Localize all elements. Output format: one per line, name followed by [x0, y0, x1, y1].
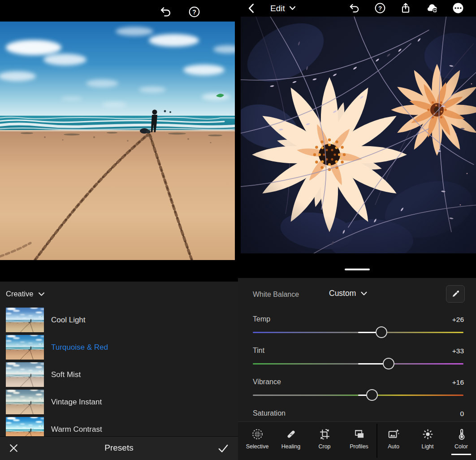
tool-label: Light	[411, 443, 444, 450]
tint-knob[interactable]	[383, 358, 394, 369]
preset-item-warm-contrast[interactable]: Warm Contrast	[0, 417, 238, 436]
selective-mask-icon	[241, 427, 273, 441]
temp-slider[interactable]	[253, 326, 463, 338]
saturation-label: Saturation	[253, 409, 286, 417]
temp-label: Temp	[253, 315, 270, 323]
undo-icon[interactable]	[160, 5, 172, 18]
chevron-down-icon	[38, 292, 45, 296]
tool-color[interactable]: Color	[445, 427, 476, 450]
temp-knob[interactable]	[376, 326, 387, 338]
tint-value: +33	[452, 347, 464, 355]
panel-drag-handle[interactable]	[345, 269, 370, 270]
presets-screen: ?	[0, 0, 238, 460]
tint-slider[interactable]	[253, 358, 463, 369]
svg-text:?: ?	[378, 5, 382, 12]
share-icon[interactable]	[400, 2, 411, 14]
profiles-stack-icon	[343, 427, 375, 441]
preset-thumbnail	[6, 308, 44, 332]
flower-photo-canvas[interactable]	[241, 17, 476, 253]
eyedropper-button[interactable]	[446, 285, 465, 303]
edit-mode-label: Edit	[270, 4, 285, 13]
tool-auto[interactable]: Auto	[377, 427, 410, 450]
preset-label: Soft Mist	[51, 370, 81, 379]
preset-group-selector[interactable]: Creative	[6, 290, 45, 298]
undo-icon[interactable]	[349, 2, 360, 14]
crop-rotate-icon	[308, 427, 341, 441]
tool-crop[interactable]: Crop	[308, 427, 341, 450]
preset-list: Cool Light Turquoise & Red Soft Mist Vin…	[0, 308, 238, 436]
tool-healing[interactable]: Healing	[275, 427, 307, 450]
preset-thumbnail	[6, 417, 44, 436]
presets-title: Presets	[0, 443, 238, 453]
light-sun-icon	[411, 427, 444, 441]
back-icon[interactable]	[246, 3, 257, 14]
preset-thumbnail	[6, 362, 44, 387]
presets-bottom-bar: Presets	[0, 436, 238, 460]
tool-label: Healing	[275, 443, 307, 450]
healing-bandage-icon	[275, 427, 307, 441]
temp-value: +26	[452, 316, 464, 324]
edit-mode-selector[interactable]: Edit	[270, 0, 295, 17]
chevron-down-icon	[361, 291, 367, 296]
tool-label: Crop	[308, 443, 341, 450]
tool-selective[interactable]: Selective	[241, 427, 273, 450]
lightroom-mobile-screens: ?	[0, 0, 476, 460]
auto-enhance-icon	[377, 427, 410, 441]
edit-tools-toolbar: Selective Healing	[238, 421, 476, 460]
tool-label: Color	[445, 443, 476, 450]
preset-label: Warm Contrast	[51, 425, 102, 434]
white-balance-label: White Balance	[253, 291, 299, 299]
preset-label: Turquoise & Red	[51, 343, 108, 352]
help-icon[interactable]: ?	[188, 6, 200, 18]
more-options-icon[interactable]	[452, 2, 464, 14]
preset-item-turquoise-red[interactable]: Turquoise & Red	[0, 335, 238, 360]
saturation-value: 0	[460, 410, 464, 418]
color-adjust-panel: White Balance Custom Temp +26 Tint	[238, 278, 476, 421]
beach-photo-preview[interactable]	[0, 22, 235, 260]
tint-label: Tint	[253, 347, 264, 355]
tool-label: Profiles	[343, 443, 375, 450]
eyedropper-icon	[451, 289, 460, 299]
preset-label: Vintage Instant	[51, 398, 102, 407]
color-thermometer-icon	[445, 427, 476, 441]
vibrance-slider[interactable]	[253, 389, 463, 401]
caret-down-icon	[290, 6, 295, 10]
preset-label: Cool Light	[51, 316, 86, 325]
preset-item-cool-light[interactable]: Cool Light	[0, 308, 238, 332]
preset-group-label: Creative	[6, 290, 33, 298]
preset-thumbnail	[6, 335, 44, 360]
edit-screen: Edit ?	[238, 0, 476, 460]
preset-thumbnail	[6, 390, 44, 414]
cloud-add-icon[interactable]	[425, 2, 438, 14]
tool-light[interactable]: Light	[411, 427, 444, 450]
apply-presets-button[interactable]	[217, 443, 229, 454]
tool-label: Selective	[241, 443, 273, 450]
vibrance-value: +16	[452, 378, 464, 386]
left-top-bar: ?	[0, 0, 238, 22]
white-balance-value: Custom	[329, 289, 356, 298]
preset-item-vintage-instant[interactable]: Vintage Instant	[0, 390, 238, 414]
vibrance-knob[interactable]	[366, 389, 378, 401]
edit-top-bar: Edit ?	[238, 0, 476, 17]
preset-item-soft-mist[interactable]: Soft Mist	[0, 362, 238, 387]
tool-label: Auto	[377, 443, 410, 450]
vibrance-label: Vibrance	[253, 378, 281, 386]
tool-profiles[interactable]: Profiles	[343, 427, 375, 450]
help-icon[interactable]: ?	[374, 2, 386, 14]
presets-panel: Creative Cool Light Turquoise & Red Soft…	[0, 282, 238, 436]
white-balance-selector[interactable]: Custom	[329, 289, 367, 298]
svg-text:?: ?	[192, 8, 196, 15]
